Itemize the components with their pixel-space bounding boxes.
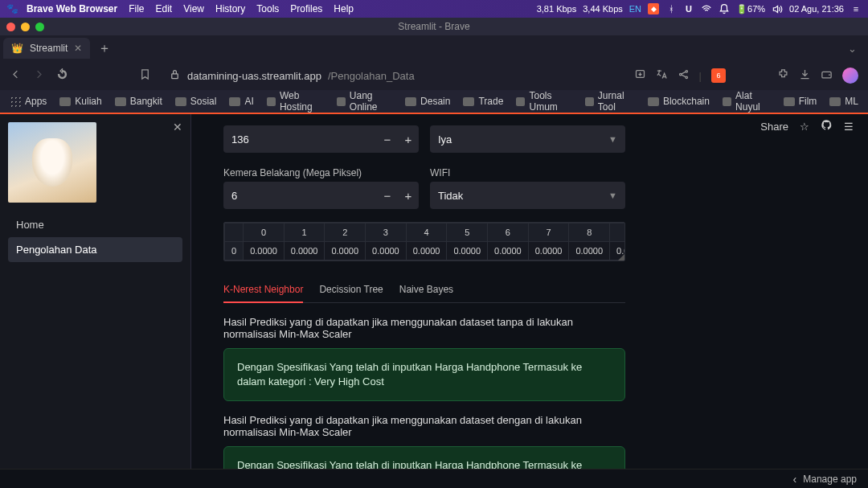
apple-menu-icon[interactable]: 🐾	[6, 3, 18, 14]
new-tab-button[interactable]: ＋	[98, 40, 111, 57]
forward-button[interactable]	[33, 68, 45, 83]
sidebar-item-home[interactable]: Home	[8, 212, 182, 237]
bookmark-folder-trade[interactable]: Trade	[463, 96, 503, 107]
bookmark-folder-ml[interactable]: ML	[829, 96, 858, 107]
divider: |	[699, 70, 702, 82]
translate-icon[interactable]	[656, 68, 668, 83]
data-table[interactable]: 01234567891011 00.00000.00000.00000.0000…	[223, 222, 625, 261]
table-header-cell: 9	[610, 223, 625, 242]
bluetooth-icon[interactable]: ᚼ	[665, 3, 677, 14]
menu-file[interactable]: File	[129, 3, 144, 14]
step-down-1[interactable]: −	[377, 133, 398, 146]
github-icon[interactable]	[821, 119, 833, 133]
result-text-1: Hasil Prediksi yang di dapatkan jika men…	[223, 316, 625, 340]
folder-icon	[115, 97, 126, 106]
address-bar[interactable]: datamining-uas.streamlit.app/Pengolahan_…	[162, 65, 623, 86]
u-icon[interactable]: U	[683, 3, 694, 14]
tab-favicon: 👑	[11, 43, 23, 54]
wifi-icon[interactable]	[701, 3, 712, 14]
tab-decision-tree[interactable]: Decission Tree	[319, 279, 383, 302]
svg-point-4	[686, 76, 688, 79]
bookmark-folder-ai[interactable]: AI	[229, 96, 253, 107]
tab-naive-bayes[interactable]: Naive Bayes	[399, 279, 453, 302]
tabs-dropdown-icon[interactable]: ⌄	[848, 43, 857, 55]
wallet-icon[interactable]	[821, 68, 833, 83]
sidebar-image	[8, 122, 96, 203]
number-field-1[interactable]	[223, 133, 377, 146]
bookmark-folder-toolsumum[interactable]: Tools Umum	[516, 90, 571, 113]
bookmark-folder-desain[interactable]: Desain	[405, 96, 450, 107]
brave-shield-icon[interactable]: 6	[711, 68, 726, 83]
folder-icon	[784, 97, 795, 106]
number-input-2[interactable]: − +	[223, 182, 419, 209]
table-header-cell: 3	[366, 223, 407, 242]
bookmark-folder-film[interactable]: Film	[784, 96, 817, 107]
extensions-icon[interactable]	[777, 68, 789, 83]
folder-icon	[829, 97, 841, 106]
minimize-window-button[interactable]	[21, 23, 30, 31]
bookmark-folder-jurnaltool[interactable]: Jurnal Tool	[585, 90, 635, 113]
bookmark-folder-sosial[interactable]: Sosial	[175, 96, 217, 107]
sidebar-item-pengolahan-data[interactable]: Pengolahan Data	[8, 237, 182, 262]
footer-chevron-icon[interactable]: ‹	[793, 473, 797, 486]
table-header-cell: 2	[325, 223, 366, 242]
select-1-value: Iya	[438, 133, 452, 146]
apps-shortcut[interactable]: Apps	[10, 96, 47, 107]
bookmark-folder-uangonline[interactable]: Uang Online	[337, 90, 392, 113]
svg-point-3	[686, 71, 688, 73]
bookmark-folder-kuliah[interactable]: Kuliah	[59, 96, 101, 107]
step-down-2[interactable]: −	[377, 189, 398, 203]
bookmark-folder-webhosting[interactable]: Web Hosting	[267, 90, 324, 113]
menu-tools[interactable]: Tools	[256, 3, 279, 14]
bookmark-outline-icon[interactable]	[139, 68, 151, 83]
install-app-icon[interactable]	[634, 68, 646, 83]
back-button[interactable]	[10, 68, 22, 83]
folder-icon	[59, 97, 71, 106]
lang-indicator[interactable]: EN	[629, 4, 641, 14]
menu-view[interactable]: View	[183, 3, 204, 14]
table-header-cell: 6	[488, 223, 529, 242]
profile-avatar[interactable]	[842, 68, 858, 84]
clock[interactable]: 02 Agu, 21:36	[789, 4, 844, 14]
star-icon[interactable]: ☆	[800, 121, 809, 133]
share-button[interactable]: Share	[760, 121, 788, 133]
close-window-button[interactable]	[6, 23, 15, 31]
step-up-2[interactable]: +	[398, 189, 419, 203]
bookmark-folder-blockchain[interactable]: Blockchain	[648, 96, 710, 107]
bell-icon[interactable]	[719, 3, 730, 14]
share-icon-toolbar[interactable]	[678, 68, 690, 83]
window-titlebar: Streamlit - Brave	[0, 18, 868, 35]
volume-icon[interactable]	[772, 3, 783, 14]
bookmark-folder-alatnuyul[interactable]: Alat Nuyul	[723, 90, 771, 113]
menu-trigger-icon[interactable]: ≡	[850, 3, 862, 14]
table-header-cell: 1	[284, 223, 325, 242]
battery-indicator[interactable]: 🔋67%	[736, 4, 765, 14]
os-menubar: 🐾 Brave Web Browser File Edit View Histo…	[0, 0, 868, 18]
apps-icon	[10, 96, 21, 107]
menu-edit[interactable]: Edit	[156, 3, 173, 14]
select-wifi-value: Tidak	[438, 190, 463, 202]
select-1[interactable]: Iya ▼	[430, 125, 625, 153]
browser-tab[interactable]: 👑 Streamlit ✕	[3, 38, 90, 59]
browser-toolbar: datamining-uas.streamlit.app/Pengolahan_…	[0, 61, 868, 90]
sidebar-close-icon[interactable]: ✕	[173, 121, 182, 133]
status-icon-1[interactable]: ◆	[648, 3, 659, 14]
tab-knn[interactable]: K-Nerest Neighbor	[223, 279, 303, 303]
menu-help[interactable]: Help	[334, 3, 354, 14]
hamburger-menu-icon[interactable]: ☰	[844, 121, 854, 133]
step-up-1[interactable]: +	[398, 133, 419, 146]
menu-profiles[interactable]: Profiles	[290, 3, 322, 14]
main-panel: Share ☆ ☰ − + Iya ▼	[191, 114, 868, 469]
tab-close-icon[interactable]: ✕	[74, 43, 82, 54]
number-input-1[interactable]: − +	[223, 125, 419, 153]
manage-app-button[interactable]: Manage app	[803, 474, 857, 485]
reload-button[interactable]	[56, 68, 68, 83]
maximize-window-button[interactable]	[35, 23, 44, 31]
bookmark-folder-bangkit[interactable]: Bangkit	[115, 96, 162, 107]
lock-icon	[169, 68, 181, 83]
number-field-2[interactable]	[223, 190, 377, 202]
download-icon[interactable]	[799, 68, 811, 83]
select-wifi[interactable]: Tidak ▼	[430, 182, 625, 209]
menu-history[interactable]: History	[215, 3, 245, 14]
app-name[interactable]: Brave Web Browser	[27, 3, 117, 14]
